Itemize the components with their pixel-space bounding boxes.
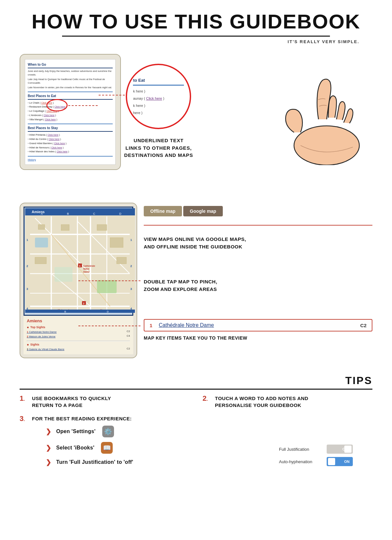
stay-link-4[interactable]: Click here: [51, 146, 62, 149]
tip-item-2: 2. TOUCH A WORD TO ADD NOTES ANDPERSONAL…: [203, 395, 372, 409]
map-legend-city: Amiens: [27, 318, 130, 323]
stay-item-2: › Hôtel du Centre ( Click here ): [28, 137, 113, 142]
legend-item-2: 2 Maison de Jules Verne C4: [27, 334, 130, 339]
svg-rect-40: [61, 225, 69, 230]
stay-link-3[interactable]: Click here: [54, 142, 65, 145]
when-to-go-text2: Late July Head to Quimper for traditiona…: [28, 78, 113, 85]
when-to-go-text1: June and early July Enjoy the beaches, o…: [28, 70, 113, 76]
legend-item-3: 3 Galerie du Vitrail Claude Barre C2: [27, 347, 130, 352]
page-header: HOW TO USE THIS GUIDEBOOK IT'S REALLY VE…: [0, 0, 392, 47]
tips-grid: 1. USE BOOKMARKS TO QUICKLYRETURN TO A P…: [20, 395, 372, 409]
toggle-row-1: Full Justification OFF: [279, 445, 353, 454]
header-divider: [62, 36, 330, 37]
tip3-label: FOR THE BEST READING EXPERIENCE:: [32, 415, 132, 422]
tip3-step-text-1: Open 'Settings': [56, 429, 96, 434]
google-map-button[interactable]: Google map: [183, 206, 223, 216]
zoom-bubble-item2: aunay ( Click here ): [133, 95, 184, 102]
svg-rect-44: [110, 238, 123, 247]
svg-rect-31: [55, 267, 73, 282]
map-desc-1: VIEW MAPS ONLINE VIA GOOGLE MAPS,AND OFF…: [144, 236, 372, 250]
svg-text:1: 1: [26, 238, 28, 242]
map-key-section: 1 Cathédrale Notre Dame C2 MAP KEY ITEMS…: [144, 312, 372, 341]
page-title: HOW TO USE THIS GUIDEBOOK: [13, 10, 379, 33]
doubletap-section: DOUBLE TAP MAP TO PINCH,ZOOM AND EXPLORE…: [144, 277, 372, 293]
svg-text:B: B: [64, 310, 66, 313]
zoom-bubble-title: to Eat: [133, 76, 184, 86]
tips-section: TIPS 1. USE BOOKMARKS TO QUICKLYRETURN T…: [0, 368, 392, 412]
eat-link-5[interactable]: Click here: [45, 118, 56, 121]
zoom-bubble-item1: k here ): [133, 88, 184, 95]
toggle-label-1: Full Justification: [279, 447, 321, 452]
svg-text:D: D: [119, 212, 122, 215]
tip-num-1: 1.: [20, 395, 29, 402]
toggle-row-2: Auto-hyphenation ON: [279, 457, 353, 466]
tip3-arrow-1: ❯: [46, 428, 52, 435]
tip3-arrow-3: ❯: [46, 458, 52, 466]
key-dotline: [78, 326, 140, 326]
tips-title: TIPS: [20, 375, 372, 387]
eat-item-3: › Le Coquillage ( Click here ): [28, 109, 113, 113]
tip-item-1: 1. USE BOOKMARKS TO QUICKLYRETURN TO A P…: [20, 395, 189, 409]
stay-item-3: › Grand Hôtel Barrière ( Click here ): [28, 142, 113, 146]
ibooks-icon: 📖: [101, 442, 113, 454]
svg-rect-41: [97, 225, 107, 230]
map-image-container: Amiens A B C D 1 2 3 4 1 2 3 4: [24, 207, 133, 316]
key-box-wrapper: 1 Cathédrale Notre Dame C2: [144, 319, 372, 331]
map-legend-area: Amiens ● Top Sights 1 Cathédrale Notre D…: [24, 316, 133, 354]
toggle-switch-2[interactable]: ON: [327, 457, 353, 466]
tip-num-2: 2.: [203, 395, 212, 402]
hand-illustration-area: [196, 54, 379, 165]
toggle-knob-1: [344, 446, 351, 453]
legend-item-1: 1 Cathédrale Notre Dame C2: [27, 330, 130, 334]
dotted-line-horizontal: [68, 105, 98, 106]
svg-text:1: 1: [79, 264, 81, 267]
eat-item-4: › L'Ambrosin ( Click here ): [28, 113, 113, 118]
svg-text:1: 1: [130, 238, 132, 242]
tip3-header: 3. FOR THE BEST READING EXPERIENCE:: [20, 415, 372, 422]
zoom-link-1[interactable]: Click here: [146, 96, 162, 100]
svg-text:Notre: Notre: [83, 268, 89, 270]
history-link[interactable]: History: [28, 158, 113, 162]
eat-item-5: › Villa Manget ( Click here ): [28, 118, 113, 122]
tip-text-1: USE BOOKMARKS TO QUICKLYRETURN TO A PAGE: [32, 395, 111, 409]
tip3-step-1: ❯ Open 'Settings' ⚙️: [46, 426, 372, 437]
svg-text:D: D: [107, 310, 109, 313]
underlined-text-description: UNDERLINED TEXT LINKS TO OTHER PAGES, DE…: [124, 137, 193, 159]
svg-text:2: 2: [83, 302, 85, 305]
section1-links: When to Go June and early July Enjoy the…: [0, 47, 392, 173]
stay-link-1[interactable]: Click here: [47, 133, 58, 136]
stay-item-1: › Hôtel Printania ( Click here ): [28, 133, 113, 137]
svg-rect-43: [117, 257, 126, 264]
svg-text:C: C: [93, 212, 95, 215]
tip3-arrow-2: ❯: [46, 444, 52, 452]
highlight-circle: [46, 99, 68, 111]
toggle-label-2: Auto-hyphenation: [279, 459, 321, 464]
toggle-switch-1[interactable]: OFF: [327, 445, 353, 454]
map-key-name[interactable]: Cathédrale Notre Dame: [159, 322, 358, 328]
map-buttons: Offline map Google map: [144, 206, 372, 216]
when-to-go-title: When to Go: [28, 62, 113, 68]
svg-text:3: 3: [26, 287, 28, 291]
doubletap-text: DOUBLE TAP MAP TO PINCH,ZOOM AND EXPLORE…: [144, 278, 372, 293]
zoom-bubble-item3: k here ): [133, 102, 184, 109]
map-desc-divider: [144, 225, 372, 226]
tip3-step-text-3: Turn 'Full Justification' to 'off': [56, 459, 133, 465]
svg-text:Dame: Dame: [83, 271, 90, 273]
stay-link-2[interactable]: Click here: [49, 138, 59, 141]
best-stay-title: Best Places to Stay: [28, 126, 113, 132]
tip3-step-text-2: Select 'iBooks': [56, 445, 94, 451]
svg-rect-42: [35, 257, 46, 264]
map-key-box[interactable]: 1 Cathédrale Notre Dame C2: [144, 319, 372, 331]
settings-icon: ⚙️: [102, 426, 114, 437]
sights-label: ● Sights: [27, 343, 130, 346]
stay-item-5: › Hôtel Manoir des Indes ( Click here ): [28, 150, 113, 154]
phone-screen: When to Go June and early July Enjoy the…: [25, 59, 116, 165]
map-svg: Amiens A B C D 1 2 3 4 1 2 3 4: [25, 208, 135, 313]
stay-link-5[interactable]: Click here: [57, 150, 67, 153]
offline-map-button[interactable]: Offline map: [144, 206, 182, 216]
svg-text:2: 2: [130, 264, 132, 268]
map-right-panel: Offline map Google map VIEW MAPS ONLINE …: [144, 203, 372, 341]
svg-text:Cathédrale: Cathédrale: [83, 265, 95, 267]
eat-link-4[interactable]: Click here: [44, 114, 55, 117]
doubletap-dotline: [78, 280, 140, 281]
